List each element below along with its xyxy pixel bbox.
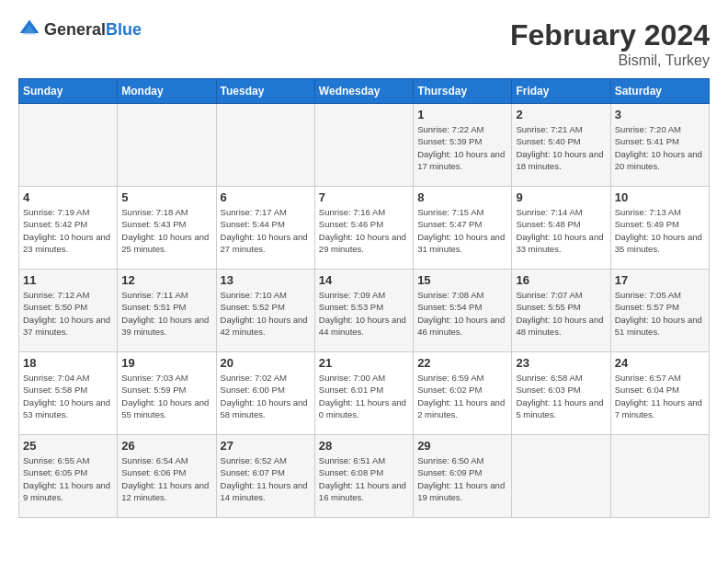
calendar-cell: 21Sunrise: 7:00 AMSunset: 6:01 PMDayligh… xyxy=(314,352,413,435)
day-info: Sunrise: 6:50 AMSunset: 6:09 PMDaylight:… xyxy=(417,454,507,503)
main-title: February 2024 xyxy=(510,18,710,52)
day-info: Sunrise: 6:57 AMSunset: 6:04 PMDaylight:… xyxy=(615,372,705,420)
calendar-cell: 29Sunrise: 6:50 AMSunset: 6:09 PMDayligh… xyxy=(414,435,512,518)
header-sunday: Sunday xyxy=(19,79,118,104)
calendar-cell: 25Sunrise: 6:55 AMSunset: 6:05 PMDayligh… xyxy=(19,435,118,518)
calendar-cell xyxy=(118,104,216,187)
day-info: Sunrise: 7:03 AMSunset: 5:59 PMDaylight:… xyxy=(121,372,211,420)
day-info: Sunrise: 7:22 AMSunset: 5:39 PMDaylight:… xyxy=(417,123,507,172)
calendar-cell: 10Sunrise: 7:13 AMSunset: 5:49 PMDayligh… xyxy=(610,187,709,270)
header-tuesday: Tuesday xyxy=(216,79,314,104)
day-number: 21 xyxy=(319,356,409,370)
calendar-cell: 13Sunrise: 7:10 AMSunset: 5:52 PMDayligh… xyxy=(216,270,314,352)
calendar-cell xyxy=(610,435,709,518)
day-number: 22 xyxy=(417,356,507,370)
day-number: 2 xyxy=(516,108,606,121)
calendar-cell: 6Sunrise: 7:17 AMSunset: 5:44 PMDaylight… xyxy=(216,187,314,270)
day-info: Sunrise: 7:08 AMSunset: 5:54 PMDaylight:… xyxy=(417,289,507,338)
day-info: Sunrise: 7:07 AMSunset: 5:55 PMDaylight:… xyxy=(516,289,606,338)
header-friday: Friday xyxy=(512,79,610,104)
day-number: 23 xyxy=(516,356,606,370)
page-header: GeneralBlue February 2024 Bismil, Turkey xyxy=(18,18,710,69)
day-info: Sunrise: 6:51 AMSunset: 6:08 PMDaylight:… xyxy=(319,454,409,503)
calendar-cell: 28Sunrise: 6:51 AMSunset: 6:08 PMDayligh… xyxy=(314,435,413,518)
day-number: 5 xyxy=(121,190,211,204)
day-info: Sunrise: 7:11 AMSunset: 5:51 PMDaylight:… xyxy=(121,289,211,338)
calendar-cell: 27Sunrise: 6:52 AMSunset: 6:07 PMDayligh… xyxy=(216,435,314,518)
title-area: February 2024 Bismil, Turkey xyxy=(510,18,710,69)
calendar-cell: 9Sunrise: 7:14 AMSunset: 5:48 PMDaylight… xyxy=(512,187,610,270)
day-number: 17 xyxy=(615,273,705,287)
header-saturday: Saturday xyxy=(610,79,709,104)
calendar-header-row: SundayMondayTuesdayWednesdayThursdayFrid… xyxy=(19,79,710,104)
calendar-cell: 18Sunrise: 7:04 AMSunset: 5:58 PMDayligh… xyxy=(19,352,118,435)
calendar-cell xyxy=(512,435,610,518)
day-number: 14 xyxy=(319,273,409,287)
logo-general-text: General xyxy=(44,20,106,39)
calendar-cell: 8Sunrise: 7:15 AMSunset: 5:47 PMDaylight… xyxy=(414,187,512,270)
day-number: 16 xyxy=(516,273,606,287)
day-info: Sunrise: 7:02 AMSunset: 6:00 PMDaylight:… xyxy=(221,372,311,420)
day-info: Sunrise: 7:17 AMSunset: 5:44 PMDaylight:… xyxy=(221,206,311,255)
calendar-cell: 16Sunrise: 7:07 AMSunset: 5:55 PMDayligh… xyxy=(512,270,610,352)
calendar-cell: 4Sunrise: 7:19 AMSunset: 5:42 PMDaylight… xyxy=(19,187,118,270)
subtitle: Bismil, Turkey xyxy=(510,52,710,69)
day-number: 10 xyxy=(615,190,705,204)
header-thursday: Thursday xyxy=(414,79,512,104)
day-number: 11 xyxy=(23,273,113,287)
calendar-cell: 22Sunrise: 6:59 AMSunset: 6:02 PMDayligh… xyxy=(414,352,512,435)
logo-blue-text: Blue xyxy=(106,20,142,39)
day-number: 19 xyxy=(121,356,211,370)
day-number: 9 xyxy=(516,190,606,204)
calendar-cell: 20Sunrise: 7:02 AMSunset: 6:00 PMDayligh… xyxy=(216,352,314,435)
calendar-cell: 15Sunrise: 7:08 AMSunset: 5:54 PMDayligh… xyxy=(414,270,512,352)
day-number: 27 xyxy=(221,439,311,453)
day-info: Sunrise: 6:59 AMSunset: 6:02 PMDaylight:… xyxy=(417,372,507,420)
day-number: 18 xyxy=(23,356,113,370)
day-number: 3 xyxy=(615,108,705,121)
day-info: Sunrise: 7:13 AMSunset: 5:49 PMDaylight:… xyxy=(615,206,705,255)
day-number: 1 xyxy=(417,108,507,121)
calendar-cell: 23Sunrise: 6:58 AMSunset: 6:03 PMDayligh… xyxy=(512,352,610,435)
day-info: Sunrise: 7:09 AMSunset: 5:53 PMDaylight:… xyxy=(319,289,409,338)
header-wednesday: Wednesday xyxy=(314,79,413,104)
day-number: 12 xyxy=(121,273,211,287)
calendar-cell: 11Sunrise: 7:12 AMSunset: 5:50 PMDayligh… xyxy=(19,270,118,352)
day-info: Sunrise: 7:16 AMSunset: 5:46 PMDaylight:… xyxy=(319,206,409,255)
day-info: Sunrise: 7:20 AMSunset: 5:41 PMDaylight:… xyxy=(615,123,705,172)
day-number: 13 xyxy=(221,273,311,287)
calendar-cell: 24Sunrise: 6:57 AMSunset: 6:04 PMDayligh… xyxy=(610,352,709,435)
header-monday: Monday xyxy=(118,79,216,104)
day-info: Sunrise: 7:14 AMSunset: 5:48 PMDaylight:… xyxy=(516,206,606,255)
calendar-week-row: 4Sunrise: 7:19 AMSunset: 5:42 PMDaylight… xyxy=(19,187,710,270)
day-info: Sunrise: 6:52 AMSunset: 6:07 PMDaylight:… xyxy=(221,454,311,503)
logo-icon xyxy=(18,18,40,40)
day-info: Sunrise: 7:00 AMSunset: 6:01 PMDaylight:… xyxy=(319,372,409,420)
logo: GeneralBlue xyxy=(18,18,142,40)
calendar-table: SundayMondayTuesdayWednesdayThursdayFrid… xyxy=(18,78,710,518)
calendar-cell xyxy=(19,104,118,187)
calendar-cell: 14Sunrise: 7:09 AMSunset: 5:53 PMDayligh… xyxy=(314,270,413,352)
day-number: 4 xyxy=(23,190,113,204)
day-info: Sunrise: 7:10 AMSunset: 5:52 PMDaylight:… xyxy=(221,289,311,338)
day-number: 15 xyxy=(417,273,507,287)
calendar-cell xyxy=(216,104,314,187)
day-info: Sunrise: 7:05 AMSunset: 5:57 PMDaylight:… xyxy=(615,289,705,338)
day-info: Sunrise: 7:04 AMSunset: 5:58 PMDaylight:… xyxy=(23,372,113,420)
calendar-cell: 26Sunrise: 6:54 AMSunset: 6:06 PMDayligh… xyxy=(118,435,216,518)
calendar-week-row: 11Sunrise: 7:12 AMSunset: 5:50 PMDayligh… xyxy=(19,270,710,352)
day-number: 7 xyxy=(319,190,409,204)
day-info: Sunrise: 7:21 AMSunset: 5:40 PMDaylight:… xyxy=(516,123,606,172)
day-number: 29 xyxy=(417,439,507,453)
calendar-cell: 3Sunrise: 7:20 AMSunset: 5:41 PMDaylight… xyxy=(610,104,709,187)
calendar-cell: 17Sunrise: 7:05 AMSunset: 5:57 PMDayligh… xyxy=(610,270,709,352)
calendar-cell xyxy=(314,104,413,187)
day-info: Sunrise: 7:19 AMSunset: 5:42 PMDaylight:… xyxy=(23,206,113,255)
calendar-cell: 5Sunrise: 7:18 AMSunset: 5:43 PMDaylight… xyxy=(118,187,216,270)
calendar-week-row: 18Sunrise: 7:04 AMSunset: 5:58 PMDayligh… xyxy=(19,352,710,435)
day-info: Sunrise: 7:12 AMSunset: 5:50 PMDaylight:… xyxy=(23,289,113,338)
calendar-cell: 7Sunrise: 7:16 AMSunset: 5:46 PMDaylight… xyxy=(314,187,413,270)
day-number: 26 xyxy=(121,439,211,453)
day-info: Sunrise: 7:15 AMSunset: 5:47 PMDaylight:… xyxy=(417,206,507,255)
day-info: Sunrise: 6:58 AMSunset: 6:03 PMDaylight:… xyxy=(516,372,606,420)
